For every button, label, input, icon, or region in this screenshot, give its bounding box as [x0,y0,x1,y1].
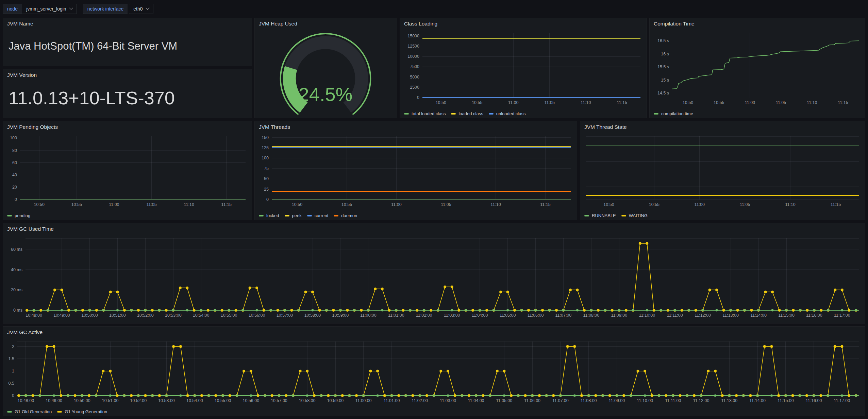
svg-text:11:07:00: 11:07:00 [552,398,569,403]
svg-text:15000: 15000 [407,34,419,38]
panel-title[interactable]: Compilation Time [650,18,865,30]
legend-label: compilation time [661,111,693,116]
jvm-version-value: 11.0.13+10-LTS-370 [9,80,248,116]
legend-item[interactable]: RUNNABLE [584,213,616,218]
chevron-down-icon [146,6,149,10]
svg-text:10:58:00: 10:58:00 [304,313,321,318]
class-loading-plot[interactable]: 025005000750010000125001500010:5010:5511… [401,30,645,108]
panel-title[interactable]: JVM Name [3,18,252,30]
legend-item[interactable]: compilation time [654,111,693,116]
compilation-time-plot[interactable]: 14.5 s15 s15.5 s16 s16.5 s10:5010:5511:0… [650,30,864,108]
svg-text:11:10: 11:10 [184,202,194,207]
legend-label: locked [266,213,279,218]
svg-text:11:08:00: 11:08:00 [583,313,600,318]
svg-text:5000: 5000 [410,75,419,80]
pending-objects-legend: pending [7,213,30,218]
legend-item[interactable]: unloaded class [489,111,526,116]
legend-item[interactable]: locked [259,213,279,218]
svg-text:11:15: 11:15 [831,202,841,207]
legend-label: RUNNABLE [592,213,616,218]
svg-text:11:12:00: 11:12:00 [695,313,711,318]
variable-network-interface-value-group: eth0 [129,4,153,14]
legend-color-pill [489,113,494,115]
svg-text:11:07:00: 11:07:00 [555,313,572,318]
gc-active-plot[interactable]: 00.511.5210:48:0010:49:0010:50:0010:51:0… [4,338,864,406]
heap-used-gauge[interactable]: 24.5% [255,30,396,116]
svg-text:60: 60 [12,160,17,165]
svg-text:11:00: 11:00 [391,202,401,207]
svg-text:0: 0 [12,393,14,398]
svg-text:20 ms: 20 ms [11,287,22,292]
panel-title[interactable]: JVM Version [3,69,252,81]
legend-item[interactable]: peek [285,213,302,218]
svg-text:100: 100 [10,136,17,140]
pending-objects-plot[interactable]: 02040608010010:5010:5511:0011:0511:1011:… [4,133,250,210]
svg-text:11:17:00: 11:17:00 [834,398,850,403]
legend-item[interactable]: daemon [334,213,357,218]
legend-item[interactable]: G1 Old Generation [7,409,52,414]
svg-text:11:00: 11:00 [508,100,518,105]
gc-used-time-plot[interactable]: 0 ms20 ms40 ms60 ms10:48:0010:49:0010:50… [4,235,864,320]
panel-title[interactable]: JVM GC Used Time [3,223,865,235]
svg-text:125: 125 [262,145,269,150]
panel-title[interactable]: JVM Pending Objects [3,121,252,133]
panel-title[interactable]: JVM Heap Used [255,18,397,30]
legend-label: G1 Old Generation [15,409,52,414]
svg-text:11:00: 11:00 [695,202,705,207]
compilation-time-legend: compilation time [654,111,693,116]
svg-text:11:10:00: 11:10:00 [637,398,653,403]
svg-text:14.5 s: 14.5 s [657,91,669,95]
legend-color-pill [654,113,658,115]
panel-jvm-pending-objects: JVM Pending Objects 02040608010010:5010:… [3,121,252,220]
legend-label: current [315,213,328,218]
svg-text:10:53:00: 10:53:00 [165,313,182,318]
svg-text:11:08:00: 11:08:00 [581,398,597,403]
svg-text:11:10: 11:10 [785,202,795,207]
svg-text:11:02:00: 11:02:00 [412,398,428,403]
svg-text:7500: 7500 [410,64,419,69]
svg-text:11:15: 11:15 [540,202,550,207]
svg-text:11:10:00: 11:10:00 [639,313,655,318]
panel-jvm-gc-used-time: JVM GC Used Time 0 ms20 ms40 ms60 ms10:4… [3,223,865,324]
panel-title[interactable]: JVM Threads [255,121,577,133]
panel-title[interactable]: JVM Thread State [580,121,865,133]
legend-color-pill [57,411,62,413]
thread-state-plot[interactable]: 10:5010:5511:0011:0511:1011:15 [581,133,864,210]
chart-svg: 0 ms20 ms40 ms60 ms10:48:0010:49:0010:50… [4,235,864,320]
svg-text:0: 0 [417,95,419,100]
svg-text:11:10: 11:10 [490,202,501,207]
panel-class-loading: Class Loading 02500500075001000012500150… [400,18,647,118]
svg-text:11:14:00: 11:14:00 [750,313,767,318]
svg-text:10:50: 10:50 [603,202,614,207]
svg-text:10:50:00: 10:50:00 [81,313,98,318]
panel-title[interactable]: Class Loading [400,18,647,30]
jvm-threads-plot[interactable]: 025507510012515010:5010:5511:0011:0511:1… [255,133,575,210]
svg-text:10:55: 10:55 [714,100,724,105]
legend-item[interactable]: loaded class [451,111,483,116]
svg-text:10:59:00: 10:59:00 [327,398,344,403]
legend-item[interactable]: total loaded class [404,111,446,116]
variable-node-value-dropdown[interactable]: jvmm_server_login [22,4,77,14]
svg-text:11:05: 11:05 [146,202,156,207]
panel-jvm-name: JVM Name Java HotSpot(TM) 64-Bit Server … [3,18,252,66]
legend-item[interactable]: WAITING [621,213,648,218]
svg-text:20: 20 [12,185,17,190]
svg-text:10:48:00: 10:48:00 [26,313,42,318]
legend-color-pill [259,215,264,216]
legend-item[interactable]: G1 Young Generation [57,409,107,414]
legend-label: G1 Young Generation [65,409,107,414]
svg-text:11:06:00: 11:06:00 [524,398,540,403]
svg-text:11:15: 11:15 [221,202,232,207]
legend-item[interactable]: current [307,213,328,218]
svg-text:10:55: 10:55 [341,202,352,207]
svg-text:11:04:00: 11:04:00 [468,398,484,403]
svg-text:10000: 10000 [407,54,419,59]
svg-text:50: 50 [264,176,269,181]
variable-network-interface-value-dropdown[interactable]: eth0 [129,4,153,14]
legend-item[interactable]: pending [7,213,30,218]
legend-label: total loaded class [412,111,446,116]
svg-text:10:55:00: 10:55:00 [215,398,231,403]
legend-color-pill [7,411,12,413]
svg-text:11:15:00: 11:15:00 [778,313,795,318]
panel-title[interactable]: JVM GC Active [3,327,865,338]
